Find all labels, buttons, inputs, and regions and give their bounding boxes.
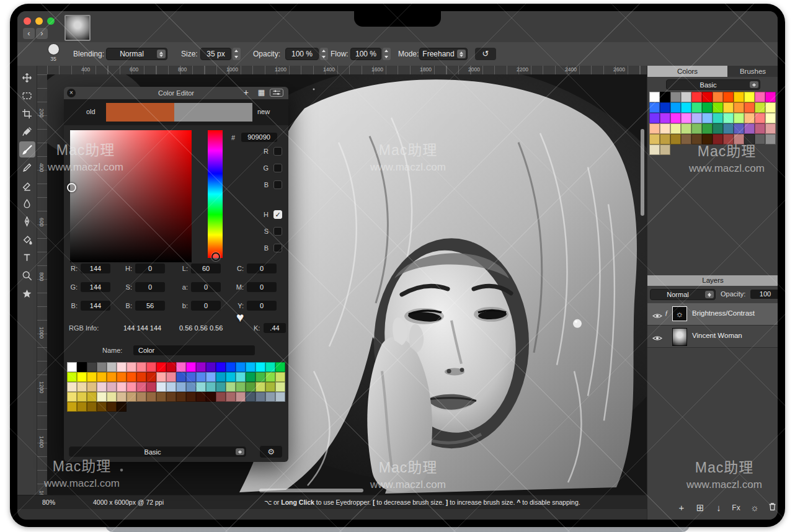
color-swatch[interactable]	[744, 92, 755, 102]
color-swatch[interactable]	[734, 92, 744, 102]
color-swatch[interactable]	[660, 113, 670, 123]
color-swatch[interactable]	[702, 102, 713, 113]
color-swatch[interactable]	[744, 123, 755, 134]
color-swatch[interactable]	[77, 402, 87, 412]
field-input[interactable]: 56	[135, 301, 165, 311]
field-input[interactable]: 60	[191, 264, 221, 273]
hue-cursor[interactable]	[211, 252, 220, 261]
smudge-tool[interactable]	[19, 195, 35, 211]
color-swatch[interactable]	[77, 392, 87, 402]
color-swatch[interactable]	[77, 362, 87, 372]
color-swatch[interactable]	[87, 392, 97, 402]
color-swatch[interactable]	[681, 134, 691, 144]
color-swatch[interactable]	[216, 382, 226, 392]
color-swatch[interactable]	[186, 372, 196, 382]
color-swatch[interactable]	[681, 102, 691, 113]
color-swatch[interactable]	[77, 372, 87, 382]
rotate-reset-button[interactable]: ↺	[475, 48, 496, 60]
color-swatch[interactable]	[176, 372, 186, 382]
color-swatch[interactable]	[97, 372, 107, 382]
color-swatch[interactable]	[649, 113, 660, 123]
tab-colors[interactable]: Colors	[647, 66, 727, 77]
color-swatch[interactable]	[186, 362, 196, 372]
layer-visibility-eye-icon[interactable]	[652, 333, 662, 344]
adjustment-button[interactable]: ☼	[748, 501, 762, 515]
color-swatch[interactable]	[755, 134, 765, 144]
close-window-button[interactable]	[24, 17, 31, 25]
ink-pen-tool[interactable]	[19, 213, 35, 229]
vertical-scrollbar[interactable]	[641, 129, 644, 216]
color-swatch[interactable]	[216, 392, 226, 402]
favorite-color-heart-icon[interactable]: ♥	[236, 310, 244, 325]
field-input[interactable]: 0	[191, 301, 221, 311]
field-input[interactable]: 0	[191, 282, 221, 292]
k-input[interactable]: .44	[264, 323, 286, 333]
color-swatch[interactable]	[146, 362, 156, 372]
color-swatch[interactable]	[713, 123, 723, 134]
color-swatch[interactable]	[107, 392, 117, 402]
paint-brush-tool[interactable]	[19, 141, 35, 157]
color-swatch[interactable]	[236, 392, 246, 402]
color-swatch[interactable]	[691, 92, 702, 102]
layer-thumbnail[interactable]	[672, 328, 687, 346]
color-swatch[interactable]	[744, 134, 755, 144]
color-swatch[interactable]	[765, 92, 776, 102]
field-input[interactable]: 0	[135, 264, 165, 273]
color-swatch[interactable]	[117, 362, 127, 372]
color-swatch[interactable]	[136, 372, 146, 382]
color-swatch[interactable]	[275, 392, 285, 402]
color-swatch[interactable]	[97, 402, 107, 412]
color-swatch[interactable]	[255, 372, 265, 382]
color-swatch[interactable]	[691, 102, 702, 113]
gear-icon[interactable]: ⚙	[260, 446, 282, 458]
opacity-field[interactable]: 100 %	[285, 48, 319, 60]
adjustment-layer-thumbnail[interactable]: ☼	[672, 306, 687, 321]
color-swatch[interactable]	[146, 382, 156, 392]
color-swatch[interactable]	[186, 382, 196, 392]
color-swatch[interactable]	[691, 134, 702, 144]
color-swatch[interactable]	[670, 123, 681, 134]
color-swatch[interactable]	[723, 123, 734, 134]
add-layer-button[interactable]: +	[675, 501, 688, 515]
flow-field[interactable]: 100 %	[350, 48, 381, 60]
color-swatch[interactable]	[246, 392, 255, 402]
color-swatch[interactable]	[216, 372, 226, 382]
color-swatch[interactable]	[136, 362, 146, 372]
color-swatch[interactable]	[255, 382, 265, 392]
zoom-level[interactable]: 80%	[42, 495, 55, 509]
color-swatch[interactable]	[226, 392, 236, 402]
hex-input[interactable]: 909090	[241, 133, 277, 142]
color-swatch[interactable]	[166, 392, 176, 402]
color-swatch[interactable]	[127, 372, 136, 382]
grid-view-icon[interactable]: ▦	[258, 87, 265, 99]
color-swatch[interactable]	[87, 402, 97, 412]
color-swatch[interactable]	[723, 113, 734, 123]
color-swatch[interactable]	[723, 134, 734, 144]
color-swatch[interactable]	[275, 382, 285, 392]
field-input[interactable]: 0	[135, 282, 165, 292]
color-swatch[interactable]	[734, 134, 744, 144]
color-swatch[interactable]	[755, 102, 765, 113]
field-input[interactable]: 144	[81, 301, 110, 311]
color-swatch[interactable]	[765, 113, 776, 123]
color-swatch[interactable]	[702, 113, 713, 123]
color-swatch[interactable]	[107, 402, 117, 412]
color-swatch[interactable]	[660, 102, 670, 113]
flow-stepper[interactable]	[383, 48, 391, 60]
color-swatch[interactable]	[765, 102, 776, 113]
color-swatch[interactable]	[691, 113, 702, 123]
b-channel-checkbox[interactable]	[273, 244, 282, 252]
color-swatch[interactable]	[681, 123, 691, 134]
color-swatch[interactable]	[206, 362, 216, 372]
field-input[interactable]: 0	[247, 301, 277, 311]
color-swatch[interactable]	[236, 362, 246, 372]
s-channel-checkbox[interactable]	[273, 227, 282, 236]
new-color-swatch[interactable]	[174, 103, 252, 122]
color-swatch[interactable]	[156, 392, 166, 402]
color-swatch[interactable]	[702, 123, 713, 134]
color-swatch[interactable]	[216, 362, 226, 372]
color-swatch[interactable]	[713, 134, 723, 144]
color-swatch[interactable]	[660, 92, 670, 102]
zoom-tool[interactable]	[19, 267, 35, 283]
color-swatch[interactable]	[765, 134, 776, 144]
